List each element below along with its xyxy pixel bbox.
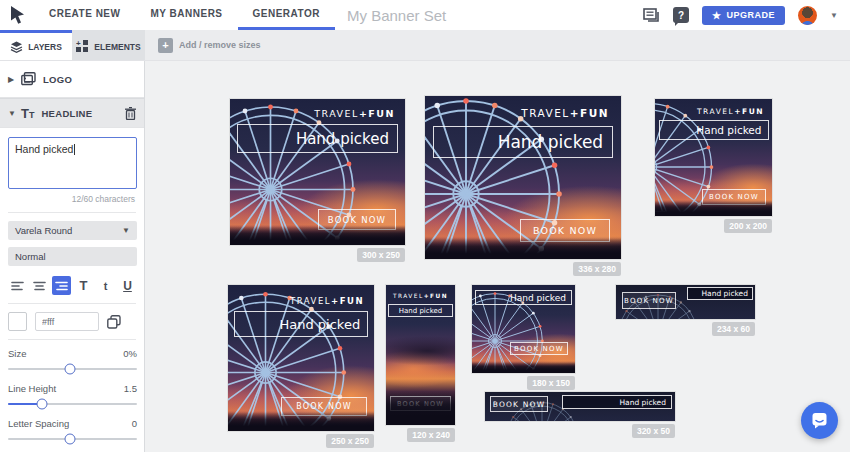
brand-text: TRAVEL+FUN	[290, 296, 364, 306]
lowercase-button[interactable]: t	[96, 276, 115, 295]
size-slider[interactable]	[8, 368, 137, 370]
copy-style-icon[interactable]	[107, 315, 121, 329]
banner-preview-300x250[interactable]: TRAVEL+FUNHand pickedBOOK NOW	[230, 99, 405, 245]
size-badge: 180 x 150	[527, 376, 575, 390]
banner-canvas[interactable]: TRAVEL+FUNHand pickedBOOK NOW300 x 250 T…	[145, 61, 850, 452]
banner-preview-250x250[interactable]: TRAVEL+FUNHand pickedBOOK NOW	[228, 285, 374, 431]
slider-handle[interactable]	[36, 399, 47, 410]
letter-spacing-slider[interactable]	[8, 438, 137, 440]
size-badge: 336 x 280	[573, 262, 621, 276]
topbar-actions: ? ★ UPGRADE ▼	[643, 0, 850, 30]
cta-button[interactable]: BOOK NOW	[318, 209, 396, 230]
help-icon[interactable]: ?	[673, 7, 689, 23]
character-counter: 12/60 characters	[8, 194, 136, 204]
feedback-icon[interactable]	[643, 8, 660, 23]
cta-button[interactable]: BOOK NOW	[520, 219, 610, 242]
cta-button[interactable]: BOOK NOW	[702, 189, 766, 205]
cta-button[interactable]: BOOK NOW	[490, 396, 548, 412]
color-swatch[interactable]	[8, 312, 27, 331]
chat-launcher-button[interactable]	[801, 402, 838, 439]
color-controls	[8, 312, 137, 331]
line-height-slider-group: Line Height1.5	[8, 383, 136, 405]
top-bar: CREATE NEW MY BANNERS GENERATOR My Banne…	[0, 0, 850, 30]
cta-button[interactable]: BOOK NOW	[390, 396, 451, 411]
color-hex-input[interactable]	[35, 312, 99, 331]
banner-preview-wrap: TRAVEL+FUNHand pickedBOOK NOW200 x 200	[655, 99, 772, 216]
banner-preview-wrap: TRAVEL+FUNHand pickedBOOK NOW300 x 250	[230, 99, 405, 245]
banner-preview-wrap: Hand pickedBOOK NOW320 x 50	[485, 392, 675, 421]
toolbar: LAYERS + ELEMENTS + Add / remove sizes	[0, 30, 850, 61]
brand-text: TRAVEL+FUN	[314, 108, 395, 119]
text-layer-icon: TT	[21, 107, 34, 120]
nav-create-new[interactable]: CREATE NEW	[34, 0, 135, 30]
delete-layer-icon[interactable]	[125, 107, 136, 120]
headline-element[interactable]: Hand picked	[234, 311, 368, 337]
banner-preview-wrap: TRAVEL+FUNHand pickedBOOK NOW336 x 280	[425, 96, 621, 259]
text-cursor	[74, 144, 75, 155]
align-right-button[interactable]	[52, 276, 71, 295]
nav-my-banners[interactable]: MY BANNERS	[135, 0, 237, 30]
letter-spacing-slider-group: Letter Spacing0	[8, 418, 136, 440]
font-family-select[interactable]: Varela Round ▼	[8, 221, 137, 240]
headline-element[interactable]: Hand picked	[659, 120, 769, 140]
chevron-down-icon: ▼	[122, 226, 130, 235]
line-height-slider[interactable]	[8, 403, 137, 405]
tab-elements[interactable]: + ELEMENTS	[72, 30, 145, 60]
align-left-button[interactable]	[8, 276, 27, 295]
cta-button[interactable]: BOOK NOW	[510, 342, 568, 355]
slider-handle[interactable]	[64, 434, 75, 445]
size-badge: 234 x 60	[712, 322, 755, 336]
chat-bubble-icon	[810, 411, 829, 430]
nav-generator[interactable]: GENERATOR	[238, 0, 335, 30]
text-style-buttons: T t U	[8, 276, 137, 295]
elements-grid-icon: +	[76, 40, 89, 53]
banner-preview-200x200[interactable]: TRAVEL+FUNHand pickedBOOK NOW	[655, 99, 772, 216]
layer-item-headline[interactable]: ▼ TT HEADLINE	[0, 98, 144, 128]
image-layer-icon	[21, 72, 36, 86]
banner-preview-wrap: TRAVEL+FUNHand pickedBOOK NOW120 x 240	[386, 285, 455, 425]
size-badge: 320 x 50	[632, 424, 675, 438]
layer-item-logo[interactable]: ▶ LOGO	[0, 61, 144, 98]
account-menu-caret-icon[interactable]: ▼	[830, 11, 838, 20]
uppercase-button[interactable]: T	[74, 276, 93, 295]
headline-element[interactable]: Hand picked	[562, 395, 672, 409]
collapse-caret-icon[interactable]: ▼	[8, 109, 14, 118]
headline-editor: Hand picked 12/60 characters Varela Roun…	[0, 128, 144, 452]
plus-icon: +	[158, 38, 173, 53]
cta-button[interactable]: BOOK NOW	[622, 292, 676, 309]
align-center-button[interactable]	[30, 276, 49, 295]
size-badge: 120 x 240	[407, 428, 455, 442]
banner-preview-120x240[interactable]: TRAVEL+FUNHand pickedBOOK NOW	[386, 285, 455, 425]
brand-text: TRAVEL+FUN	[386, 293, 455, 299]
headline-element[interactable]: Hand picked	[388, 304, 453, 317]
headline-element[interactable]: Hand picked	[475, 290, 572, 305]
font-weight-select[interactable]: Normal	[8, 247, 137, 266]
app-logo[interactable]	[0, 0, 34, 30]
star-icon: ★	[712, 10, 721, 21]
add-remove-sizes-button[interactable]: + Add / remove sizes	[158, 30, 261, 60]
underline-button[interactable]: U	[118, 276, 137, 295]
tab-layers[interactable]: LAYERS	[0, 30, 72, 60]
user-avatar[interactable]	[798, 6, 817, 25]
slider-handle[interactable]	[64, 364, 75, 375]
cursor-logo-icon	[8, 5, 27, 25]
size-badge: 200 x 200	[724, 219, 772, 233]
banner-preview-wrap: TRAVEL+FUNHand pickedBOOK NOW250 x 250	[228, 285, 374, 431]
brand-text: TRAVEL+FUN	[697, 107, 764, 116]
layers-panel: ▶ LOGO ▼ TT HEADLINE	[0, 61, 145, 452]
headline-element[interactable]: Hand picked	[687, 287, 753, 300]
headline-element[interactable]: Hand picked	[433, 126, 613, 158]
banner-preview-320x50[interactable]: Hand pickedBOOK NOW	[485, 392, 675, 421]
brand-text: TRAVEL+FUN	[521, 107, 609, 119]
headline-element[interactable]: Hand picked	[237, 124, 398, 153]
banner-preview-336x280[interactable]: TRAVEL+FUNHand pickedBOOK NOW	[425, 96, 621, 259]
banner-preview-180x150[interactable]: Hand pickedBOOK NOW	[472, 285, 575, 373]
banner-preview-wrap: Hand pickedBOOK NOW180 x 150	[472, 285, 575, 373]
headline-text-input[interactable]: Hand picked	[8, 137, 137, 189]
document-title[interactable]: My Banner Set	[347, 0, 446, 30]
banner-preview-234x60[interactable]: Hand pickedBOOK NOW	[616, 285, 755, 319]
upgrade-button[interactable]: ★ UPGRADE	[702, 6, 785, 25]
slider-controls: Size0% Line Height1.5 Letter Spacing0 Op…	[8, 348, 136, 452]
cta-button[interactable]: BOOK NOW	[281, 397, 367, 416]
expand-caret-icon[interactable]: ▶	[8, 75, 14, 84]
